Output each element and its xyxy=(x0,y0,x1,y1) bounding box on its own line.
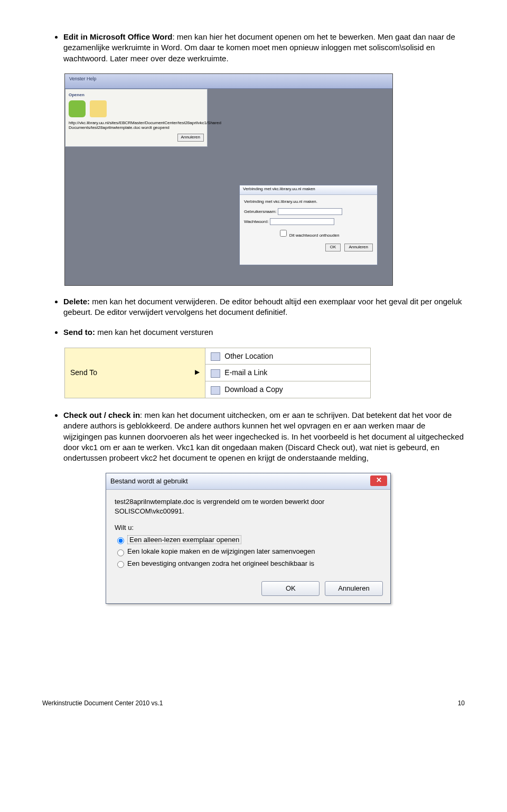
dialog-ok-button[interactable]: OK xyxy=(261,581,320,596)
sendto-download-copy[interactable]: Download a Copy xyxy=(205,381,371,398)
login-remember-label: Dit wachtwoord onthouden xyxy=(289,233,340,238)
radio-readonly-label: Een alleen-lezen exemplaar openen xyxy=(127,535,241,544)
dialog-title: Bestand wordt al gebruikt xyxy=(110,477,188,485)
dialog-message: test28aprilnwtemplate.doc is vergrendeld… xyxy=(115,497,382,516)
location-icon xyxy=(211,352,220,361)
download-icon xyxy=(211,386,220,395)
bullet-sendto: Send to: men kan het document versturen xyxy=(63,327,465,338)
sendto-r1-label: Other Location xyxy=(224,352,273,360)
sendto-menu: Send To ▶ Other Location E-mail a Link D… xyxy=(64,348,371,399)
login-dialog-title: Verbinding met vkc.library.uu.nl maken xyxy=(240,185,377,195)
sendto-r3-label: Download a Copy xyxy=(224,385,283,394)
email-icon xyxy=(211,369,220,378)
edit-label: Edit in Microsoft Office Word xyxy=(63,32,172,41)
radio-notify-label: Een bevestiging ontvangen zodra het orig… xyxy=(127,559,314,567)
word-menubar: Venster Help xyxy=(65,74,392,89)
bullet-delete: Delete: men kan het document verwijderen… xyxy=(63,296,465,318)
figure-word-login: Venster Help Openen http://vkc.library.u… xyxy=(64,73,465,286)
menubar-items: Venster Help xyxy=(69,76,97,81)
login-user-label: Gebruikersnaam: xyxy=(244,209,276,213)
figure-file-in-use: Bestand wordt al gebruikt ✕ test28apriln… xyxy=(106,473,391,603)
check-label: Check out / check in xyxy=(63,410,140,419)
radio-readonly[interactable] xyxy=(117,537,124,544)
delete-text: men kan het document verwijderen. De edi… xyxy=(63,297,462,316)
sendto-r2-label: E-mail a Link xyxy=(224,368,267,377)
world-download-icon xyxy=(69,100,86,117)
login-ok-button[interactable]: OK xyxy=(325,244,341,251)
folder-icon xyxy=(90,100,107,117)
open-cancel-button[interactable]: Annuleren xyxy=(177,134,204,142)
radio-localcopy[interactable] xyxy=(117,549,124,556)
open-dialog-title: Openen xyxy=(69,92,204,98)
page-footer: Werkinstructie Document Center 2010 vs.1… xyxy=(42,699,465,707)
login-user-input[interactable] xyxy=(278,208,342,215)
sendto-other-location[interactable]: Other Location xyxy=(205,348,371,365)
login-remember-checkbox[interactable] xyxy=(280,230,287,237)
dialog-question: Wilt u: xyxy=(115,523,382,533)
sendto-menu-left[interactable]: Send To ▶ xyxy=(65,348,205,398)
radio-notify[interactable] xyxy=(117,561,124,568)
login-dialog: Verbinding met vkc.library.uu.nl maken V… xyxy=(239,185,378,265)
sendto-email-link[interactable]: E-mail a Link xyxy=(205,365,371,381)
login-dialog-sub: Verbinding met vkc.library.uu.nl maken. xyxy=(244,199,373,205)
dialog-cancel-button[interactable]: Annuleren xyxy=(325,581,383,596)
submenu-arrow-icon: ▶ xyxy=(195,368,200,376)
sendto-text: men kan het document versturen xyxy=(95,328,213,337)
delete-label: Delete: xyxy=(63,297,90,306)
footer-left: Werkinstructie Document Center 2010 vs.1 xyxy=(42,699,163,707)
open-dialog-url: http://vkc.library.uu.nl/sites/EBCRMaste… xyxy=(69,120,204,130)
bullet-edit: Edit in Microsoft Office Word: men kan h… xyxy=(63,32,465,64)
login-pass-label: Wachtwoord: xyxy=(244,219,268,223)
bullet-checkout: Check out / check in: men kan het docume… xyxy=(63,410,465,463)
close-icon[interactable]: ✕ xyxy=(370,475,387,486)
radio-localcopy-label: Een lokale kopie maken en de wijzigingen… xyxy=(127,547,315,555)
login-cancel-button[interactable]: Annuleren xyxy=(344,244,373,251)
sendto-label: Send to: xyxy=(63,328,95,337)
footer-page-number: 10 xyxy=(458,699,465,707)
sendto-menu-left-label: Send To xyxy=(70,368,97,377)
login-pass-input[interactable] xyxy=(270,218,334,225)
open-dialog: Openen http://vkc.library.uu.nl/sites/EB… xyxy=(65,89,208,147)
